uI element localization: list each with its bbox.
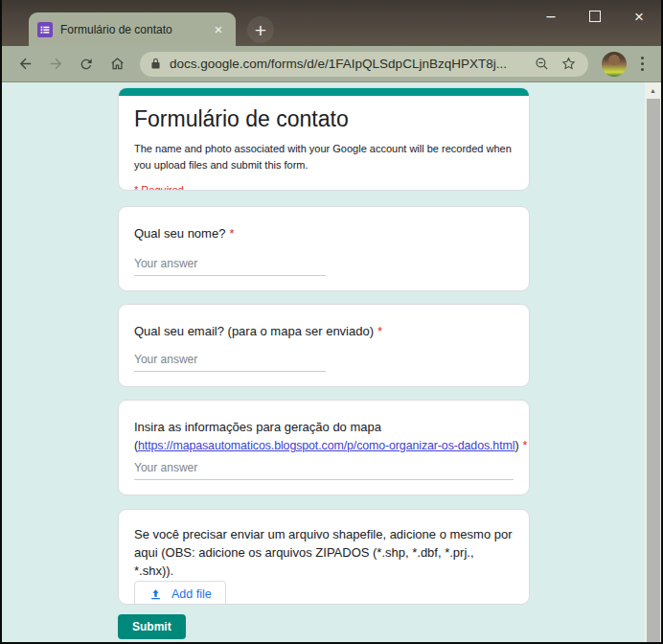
form-accent-bar (119, 88, 529, 96)
upload-icon (149, 587, 163, 602)
instructions-link[interactable]: https://mapasautomaticos.blogspot.com/p/… (138, 439, 514, 452)
scrollbar-thumb[interactable] (647, 99, 660, 642)
zoom-out-icon (534, 56, 550, 72)
tab-close-icon[interactable]: × (210, 21, 227, 38)
reload-button[interactable] (73, 51, 100, 78)
question-card-file-upload: Se você precisar enviar um arquivo shape… (118, 509, 530, 605)
form-header-card: Formulário de contato The name and photo… (118, 87, 530, 191)
reload-icon (79, 57, 94, 72)
map-info-answer-input[interactable] (134, 458, 514, 480)
profile-avatar[interactable] (602, 52, 627, 77)
titlebar: Formulário de contato × + – × (2, 0, 661, 46)
star-icon (560, 56, 577, 72)
required-asterisk: * (229, 226, 234, 241)
menu-dot-icon (641, 68, 644, 71)
add-file-label: Add file (171, 587, 212, 601)
page-content: Formulário de contato The name and photo… (2, 82, 661, 642)
menu-dot-icon (641, 57, 644, 59)
new-tab-button[interactable]: + (247, 16, 274, 43)
menu-dot-icon (641, 62, 644, 65)
minimize-icon: – (547, 12, 556, 21)
browser-toolbar: docs.google.com/forms/d/e/1FAIpQLSdpCLjn… (2, 46, 661, 82)
required-note: * Required (134, 184, 514, 191)
question-card-map-info: Insira as informações para geração do ma… (118, 400, 530, 495)
question-label: Qual seu email? (para o mapa ser enviado… (134, 323, 514, 341)
maximize-button[interactable] (573, 0, 617, 33)
window-controls: – × (529, 0, 661, 33)
maximize-icon (589, 11, 601, 22)
address-bar[interactable]: docs.google.com/forms/d/e/1FAIpQLSdpCLjn… (140, 52, 588, 77)
minimize-button[interactable]: – (529, 0, 573, 33)
lock-icon (149, 57, 162, 71)
form-column: Formulário de contato The name and photo… (118, 87, 530, 639)
required-asterisk: * (377, 324, 382, 338)
question-label: Insira as informações para geração do ma… (134, 419, 514, 455)
file-upload-label: Se você precisar enviar um arquivo shape… (134, 526, 514, 581)
zoom-out-button[interactable] (531, 54, 552, 75)
google-forms-favicon-icon (37, 22, 53, 37)
url-text[interactable]: docs.google.com/forms/d/e/1FAIpQLSdpCLjn… (170, 57, 525, 71)
browser-menu-button[interactable] (632, 52, 652, 77)
submit-button[interactable]: Submit (118, 614, 186, 639)
required-asterisk: * (522, 439, 527, 452)
home-icon (109, 56, 126, 72)
scroll-up-icon[interactable]: ▲ (645, 82, 661, 99)
question-label: Qual seu nome?* (134, 225, 514, 243)
home-button[interactable] (103, 51, 130, 78)
question-card-name: Qual seu nome?* (118, 206, 530, 291)
bookmark-star-button[interactable] (558, 54, 579, 75)
close-button[interactable]: × (617, 0, 661, 33)
browser-window: Formulário de contato × + – × docs.googl… (0, 0, 663, 644)
forward-arrow-icon (48, 56, 64, 72)
back-arrow-icon (17, 56, 34, 72)
form-title: Formulário de contato (134, 106, 514, 132)
add-file-button[interactable]: Add file (134, 581, 226, 605)
forward-button[interactable] (42, 51, 69, 78)
scrollbar[interactable]: ▲ (645, 82, 661, 642)
tab-title: Formulário de contato (60, 23, 210, 36)
back-button[interactable] (11, 51, 38, 78)
name-answer-input[interactable] (134, 254, 326, 276)
form-description: The name and photo associated with your … (134, 141, 514, 173)
close-icon: × (634, 9, 644, 25)
browser-tab[interactable]: Formulário de contato × (29, 12, 236, 46)
question-card-email: Qual seu email? (para o mapa ser enviado… (118, 304, 530, 387)
email-answer-input[interactable] (134, 350, 326, 372)
